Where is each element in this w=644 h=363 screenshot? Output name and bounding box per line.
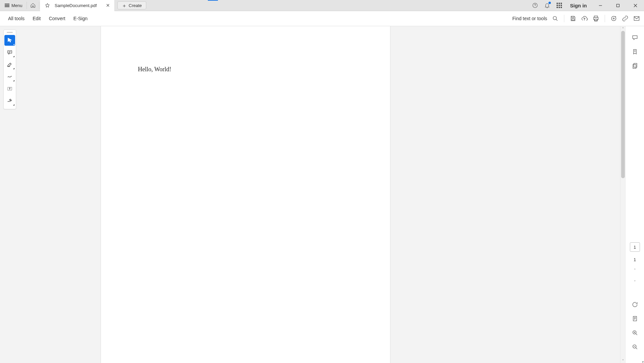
- prev-page-button[interactable]: ˄: [633, 267, 637, 274]
- menu-label: Menu: [11, 3, 23, 8]
- home-button[interactable]: [28, 1, 38, 10]
- divider: [27, 2, 27, 9]
- hamburger-icon: [5, 4, 9, 7]
- svg-rect-6: [595, 19, 597, 21]
- ai-assistant-button[interactable]: [609, 14, 618, 23]
- svg-point-1: [535, 6, 535, 7]
- share-email-button[interactable]: [632, 14, 641, 23]
- divider: [564, 15, 564, 22]
- scroll-track[interactable]: [620, 31, 625, 358]
- print-button[interactable]: [591, 14, 601, 23]
- submenu-indicator-icon: [13, 68, 14, 69]
- submenu-indicator-icon: [13, 44, 14, 45]
- tab-all-tools[interactable]: All tools: [4, 11, 29, 26]
- share-link-button[interactable]: [620, 14, 630, 23]
- svg-point-8: [615, 16, 616, 17]
- window-close-button[interactable]: [628, 1, 643, 10]
- create-label: Create: [129, 3, 142, 8]
- quick-tools-panel: [3, 30, 16, 109]
- draw-tool-button[interactable]: [4, 71, 15, 82]
- tab-edit[interactable]: Edit: [29, 11, 45, 26]
- tab-title: SampleDocument.pdf: [55, 3, 97, 8]
- document-viewport[interactable]: Hello, World!: [0, 26, 625, 363]
- scroll-down-button[interactable]: ˅: [620, 358, 625, 363]
- titlebar: Menu SampleDocument.pdf ✕ ＋ Create Sign …: [0, 0, 644, 11]
- tab-convert[interactable]: Convert: [45, 11, 69, 26]
- document-text: Hello, World!: [138, 66, 353, 73]
- submenu-indicator-icon: [642, 361, 643, 362]
- help-button[interactable]: [530, 1, 540, 10]
- toolbar: All tools Edit Convert E-Sign Find text …: [0, 11, 644, 26]
- svg-rect-2: [616, 4, 619, 7]
- divider: [39, 2, 39, 9]
- save-button[interactable]: [568, 14, 578, 23]
- star-icon[interactable]: [42, 1, 53, 10]
- comments-panel-button[interactable]: [630, 33, 640, 42]
- menu-button[interactable]: Menu: [1, 1, 26, 10]
- page-number-input[interactable]: 1: [630, 242, 640, 252]
- window-maximize-button[interactable]: [610, 1, 625, 10]
- tab-close-button[interactable]: ✕: [105, 2, 111, 8]
- sign-in-button[interactable]: Sign in: [567, 3, 590, 8]
- loading-indicator: [208, 0, 218, 1]
- svg-rect-9: [634, 16, 639, 21]
- notifications-button[interactable]: [542, 1, 552, 10]
- submenu-indicator-icon: [13, 104, 14, 106]
- find-label[interactable]: Find text or tools: [513, 16, 547, 21]
- scroll-thumb[interactable]: [621, 31, 625, 178]
- bookmarks-panel-button[interactable]: [630, 47, 640, 56]
- search-button[interactable]: [551, 14, 560, 23]
- pages-panel-button[interactable]: [630, 61, 640, 71]
- svg-rect-4: [572, 19, 574, 21]
- fill-sign-tool-button[interactable]: [4, 95, 15, 106]
- select-tool-button[interactable]: [4, 35, 15, 46]
- page-display-button[interactable]: [630, 314, 640, 323]
- zoom-in-button[interactable]: [630, 328, 640, 337]
- svg-point-3: [553, 16, 557, 20]
- window-minimize-button[interactable]: [593, 1, 608, 10]
- divider: [605, 15, 605, 22]
- zoom-out-button[interactable]: [630, 342, 640, 352]
- page-total-label: 1: [634, 257, 636, 262]
- upload-cloud-button[interactable]: [580, 14, 589, 23]
- svg-rect-12: [633, 65, 636, 69]
- next-page-button[interactable]: ˅: [633, 279, 637, 286]
- text-box-tool-button[interactable]: [4, 83, 15, 94]
- grid-icon: [557, 3, 562, 8]
- submenu-indicator-icon: [13, 80, 14, 81]
- main-area: Hello, World! ˄ ˅ 1 1 ˄ ˅: [0, 26, 644, 363]
- plus-icon: ＋: [122, 3, 127, 8]
- document-tab[interactable]: SampleDocument.pdf ✕: [40, 0, 115, 11]
- highlight-tool-button[interactable]: [4, 59, 15, 70]
- apps-grid-button[interactable]: [555, 1, 564, 10]
- scroll-up-button[interactable]: ˄: [620, 26, 625, 31]
- svg-rect-11: [634, 64, 637, 68]
- rotate-view-button[interactable]: [630, 300, 640, 309]
- drag-handle[interactable]: [7, 32, 13, 33]
- create-button[interactable]: ＋ Create: [117, 1, 146, 9]
- notification-dot-icon: [548, 2, 551, 4]
- submenu-indicator-icon: [13, 56, 14, 57]
- tab-esign[interactable]: E-Sign: [69, 11, 91, 26]
- vertical-scrollbar[interactable]: ˄ ˅: [620, 26, 625, 363]
- svg-rect-13: [633, 316, 637, 321]
- document-page: Hello, World!: [101, 26, 390, 363]
- comment-tool-button[interactable]: [4, 47, 15, 58]
- right-rail: 1 1 ˄ ˅: [625, 26, 644, 363]
